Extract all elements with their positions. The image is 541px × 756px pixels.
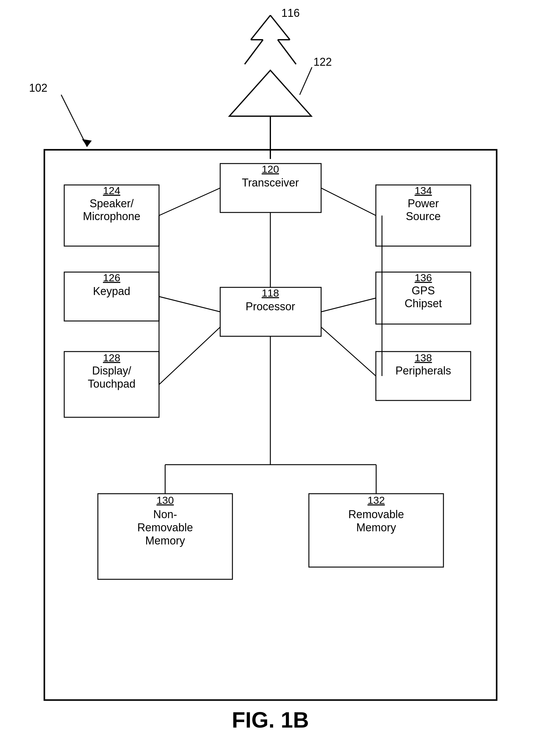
svg-line-16 (159, 188, 220, 215)
removable-label-1: Removable (348, 508, 404, 521)
nonremovable-label-3: Memory (145, 535, 185, 547)
gps-label-2: Chipset (405, 297, 442, 310)
svg-marker-6 (230, 70, 311, 116)
display-label-1: Display/ (92, 364, 131, 377)
processor-label: Processor (246, 300, 295, 313)
svg-line-5 (278, 40, 296, 64)
svg-line-18 (159, 296, 220, 312)
svg-line-26 (321, 298, 376, 312)
display-label-2: Touchpad (88, 378, 136, 390)
speaker-label-2: Microphone (83, 210, 140, 222)
processor-ref: 118 (262, 287, 279, 299)
svg-line-20 (159, 327, 220, 385)
gps-label-1: GPS (412, 284, 435, 297)
nonremovable-label-2: Removable (137, 521, 193, 534)
svg-line-24 (321, 188, 376, 215)
svg-line-8 (300, 67, 312, 95)
removable-label-2: Memory (356, 521, 396, 534)
transceiver-ref: 120 (262, 163, 279, 175)
keypad-label: Keypad (93, 285, 130, 297)
display-ref: 128 (103, 352, 121, 363)
diagram-container: 116 122 102 120 Transceiver 118 Processo… (0, 0, 541, 756)
removable-ref: 132 (367, 494, 385, 506)
speaker-label-1: Speaker/ (90, 197, 134, 210)
peripherals-ref: 138 (415, 352, 432, 363)
nonremovable-ref: 130 (157, 494, 174, 506)
speaker-ref: 124 (103, 185, 121, 196)
antenna-label-122: 122 (313, 56, 332, 68)
device-ref-102: 102 (29, 82, 47, 94)
figure-label: FIG. 1B (232, 708, 309, 732)
power-label-2: Source (406, 210, 441, 222)
svg-line-9 (61, 95, 87, 147)
transceiver-label: Transceiver (242, 177, 299, 189)
power-label-1: Power (408, 197, 439, 210)
keypad-ref: 126 (103, 272, 121, 283)
svg-line-0 (251, 15, 270, 40)
nonremovable-label-1: Non- (153, 508, 177, 521)
svg-line-28 (321, 327, 376, 376)
svg-marker-10 (82, 139, 92, 147)
peripherals-label: Peripherals (395, 364, 451, 377)
gps-ref: 136 (415, 272, 432, 283)
svg-line-2 (245, 40, 263, 64)
antenna-ref-116: 116 (281, 7, 300, 19)
power-ref: 134 (415, 185, 432, 196)
